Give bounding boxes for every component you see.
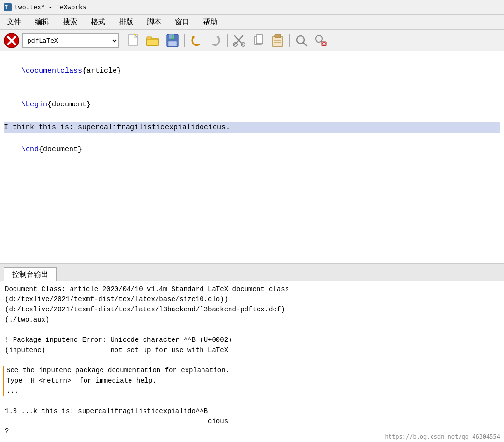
menu-bar: 文件 编辑 搜索 格式 排版 脚本 窗口 帮助 <box>0 15 504 30</box>
title-bar: T two.tex* - TeXworks <box>0 0 504 15</box>
find-button[interactable] <box>293 32 310 49</box>
toolbar-separator-3 <box>227 34 228 47</box>
editor-line-2: \begin{document} <box>4 88 500 122</box>
console-output[interactable]: Document Class: article 2020/04/10 v1.4m… <box>0 281 504 442</box>
console-line-11: ... <box>3 386 499 396</box>
toolbar: pdfLaTeX LaTeX XeLaTeX LuaLaTeX <box>0 30 504 51</box>
svg-rect-13 <box>168 41 177 46</box>
editor-area[interactable]: \documentclass{article} \begin{document}… <box>0 51 504 264</box>
latex-command-2: \begin <box>21 101 47 109</box>
console-line-9: See the inputenc package documentation f… <box>3 366 499 376</box>
new-file-button[interactable] <box>125 32 143 49</box>
console-line-6: ! Package inputenc Error: Unicode charac… <box>5 335 499 345</box>
latex-command-4: \end <box>21 146 39 154</box>
console-line-2: (d:/texlive/2021/texmf-dist/tex/latex/ba… <box>5 295 499 305</box>
svg-rect-10 <box>147 39 158 45</box>
stop-button[interactable] <box>3 32 20 49</box>
menu-file[interactable]: 文件 <box>0 15 28 29</box>
console-line-10: Type H <return> for immediate help. <box>3 376 499 386</box>
menu-format[interactable]: 格式 <box>84 15 112 29</box>
menu-help[interactable]: 帮助 <box>196 15 224 29</box>
toolbar-separator-2 <box>184 34 185 47</box>
console-line-13: 1.3 ...k this is: supercalifragilisticex… <box>5 406 499 416</box>
find-replace-button[interactable] <box>312 32 330 49</box>
app-icon: T <box>4 3 12 11</box>
menu-search[interactable]: 搜索 <box>56 15 84 29</box>
watermark: https://blog.csdn.net/qq_46304554 <box>385 433 500 440</box>
save-file-button[interactable] <box>164 32 181 49</box>
svg-text:T: T <box>5 5 8 10</box>
console-line-1: Document Class: article 2020/04/10 v1.4m… <box>5 284 499 295</box>
menu-window[interactable]: 窗口 <box>168 15 196 29</box>
editor-line-3: I think this is: supercalifragilisticexp… <box>4 122 500 133</box>
console-line-12 <box>5 396 499 406</box>
console-line-5 <box>5 325 499 335</box>
console-line-7: (inputenc) not set up for use with LaTeX… <box>5 345 499 355</box>
svg-line-30 <box>303 43 307 46</box>
cut-button[interactable] <box>230 32 248 49</box>
menu-edit[interactable]: 编辑 <box>28 15 56 29</box>
redo-button[interactable] <box>207 32 224 49</box>
compiler-dropdown[interactable]: pdfLaTeX LaTeX XeLaTeX LuaLaTeX <box>22 33 119 48</box>
svg-rect-9 <box>147 37 152 39</box>
svg-rect-25 <box>275 34 281 38</box>
menu-typeset[interactable]: 排版 <box>112 15 140 29</box>
window-title: two.tex* - TeXworks <box>14 3 86 11</box>
console-area: 控制台输出 Document Class: article 2020/04/10… <box>0 264 504 442</box>
console-line-14: cious. <box>5 416 499 427</box>
open-file-button[interactable] <box>144 32 162 49</box>
undo-button[interactable] <box>187 32 205 49</box>
editor-line-1: \documentclass{article} <box>4 54 500 88</box>
svg-rect-23 <box>256 35 263 44</box>
latex-command-1: \documentclass <box>21 67 82 75</box>
console-line-4: (./two.aux) <box>5 315 499 325</box>
console-line-8 <box>5 355 499 366</box>
console-tab[interactable]: 控制台输出 <box>4 267 57 281</box>
toolbar-separator-4 <box>289 34 290 47</box>
editor-line-4: \end{document} <box>4 133 500 167</box>
menu-scripts[interactable]: 脚本 <box>140 15 168 29</box>
paste-button[interactable] <box>269 32 287 49</box>
toolbar-separator-1 <box>122 34 122 47</box>
console-tab-bar: 控制台输出 <box>0 264 504 281</box>
svg-rect-15 <box>172 35 173 38</box>
console-line-3: (d:/texlive/2021/texmf-dist/tex/latex/l3… <box>5 305 499 315</box>
copy-button[interactable] <box>250 32 267 49</box>
